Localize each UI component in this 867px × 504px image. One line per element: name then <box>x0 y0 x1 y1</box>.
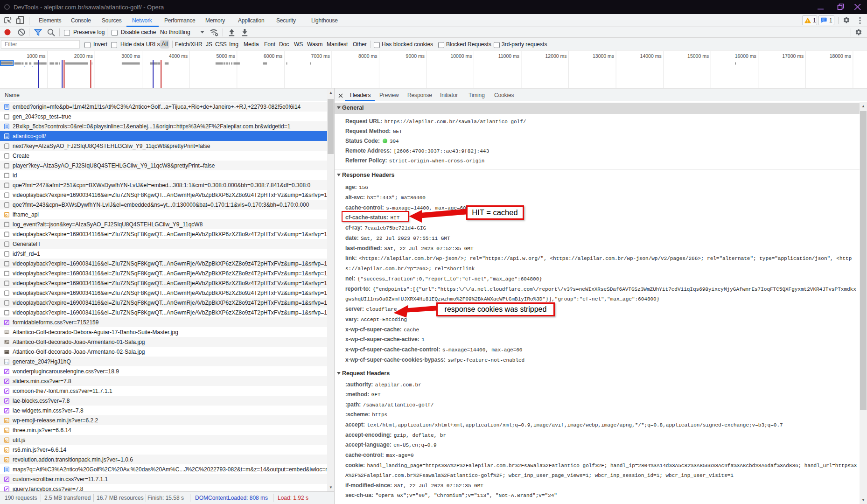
svg-text:13000 ms: 13000 ms <box>593 53 614 59</box>
svg-text:8000 ms: 8000 ms <box>358 53 377 59</box>
svg-text:15000 ms: 15000 ms <box>687 53 709 59</box>
svg-text:17000 ms: 17000 ms <box>782 53 804 59</box>
svg-text:16000 ms: 16000 ms <box>735 53 756 59</box>
svg-text:3000 ms: 3000 ms <box>121 53 140 59</box>
svg-text:9000 ms: 9000 ms <box>406 53 425 59</box>
svg-text:5000 ms: 5000 ms <box>217 53 235 59</box>
svg-text:7000 ms: 7000 ms <box>311 53 330 59</box>
svg-text:6000 ms: 6000 ms <box>264 53 282 59</box>
svg-text:14000 ms: 14000 ms <box>640 53 662 59</box>
svg-text:10000 ms: 10000 ms <box>450 53 472 59</box>
svg-text:18000 ms: 18000 ms <box>830 53 851 59</box>
svg-text:2000 ms: 2000 ms <box>74 53 93 59</box>
svg-text:4000 ms: 4000 ms <box>169 53 188 59</box>
svg-text:11000 ms: 11000 ms <box>498 53 519 59</box>
svg-text:12000 ms: 12000 ms <box>545 53 566 59</box>
svg-text:1000 ms: 1000 ms <box>27 53 45 59</box>
